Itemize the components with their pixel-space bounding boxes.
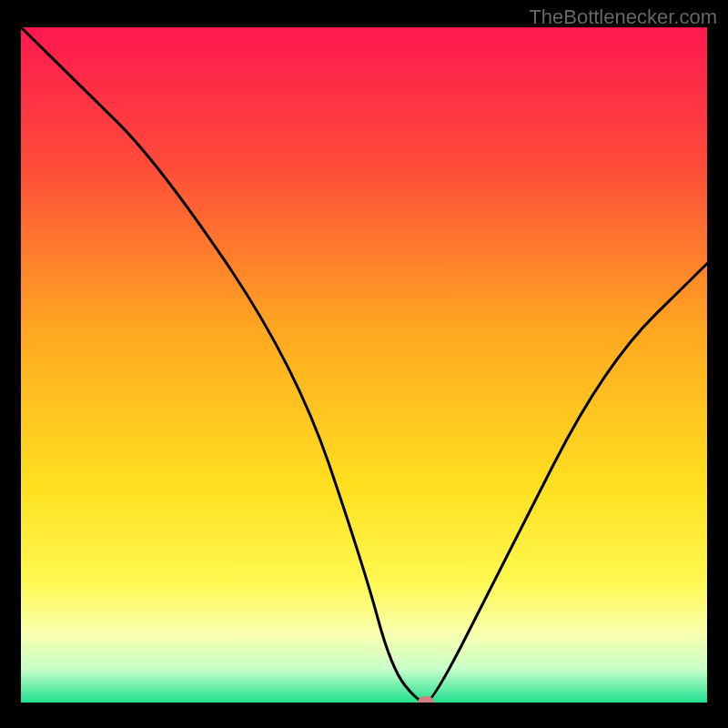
plot-area xyxy=(21,27,707,703)
bottleneck-chart: TheBottlenecker.com xyxy=(0,0,728,728)
attribution-label: TheBottlenecker.com xyxy=(529,5,717,29)
optimal-point-marker xyxy=(418,696,434,703)
curve-line xyxy=(21,27,707,703)
